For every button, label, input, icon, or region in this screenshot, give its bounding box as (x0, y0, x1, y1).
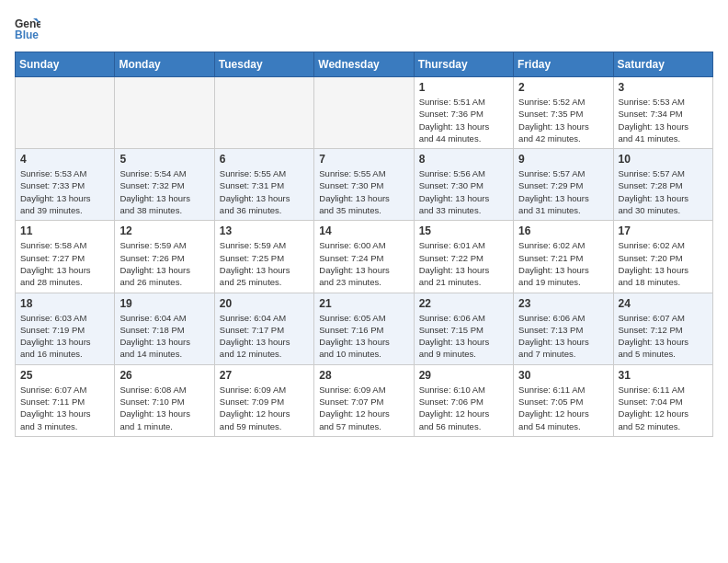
calendar-cell (16, 77, 115, 149)
calendar-cell: 12Sunrise: 5:59 AM Sunset: 7:26 PM Dayli… (115, 221, 214, 293)
day-number: 17 (619, 224, 708, 237)
calendar-cell: 6Sunrise: 5:55 AM Sunset: 7:31 PM Daylig… (214, 149, 313, 221)
day-info: Sunrise: 6:11 AM Sunset: 7:05 PM Dayligh… (518, 384, 608, 432)
day-number: 10 (619, 153, 708, 166)
calendar-cell: 9Sunrise: 5:57 AM Sunset: 7:29 PM Daylig… (514, 149, 613, 221)
day-info: Sunrise: 6:09 AM Sunset: 7:09 PM Dayligh… (220, 384, 309, 432)
calendar-cell: 27Sunrise: 6:09 AM Sunset: 7:09 PM Dayli… (214, 364, 313, 436)
calendar-cell: 18Sunrise: 6:03 AM Sunset: 7:19 PM Dayli… (16, 293, 115, 364)
day-info: Sunrise: 5:56 AM Sunset: 7:30 PM Dayligh… (419, 167, 508, 216)
calendar-cell: 22Sunrise: 6:06 AM Sunset: 7:15 PM Dayli… (414, 293, 513, 364)
day-number: 18 (20, 297, 109, 310)
day-info: Sunrise: 5:57 AM Sunset: 7:29 PM Dayligh… (518, 167, 608, 216)
logo-icon: General Blue (15, 15, 40, 40)
calendar-cell: 23Sunrise: 6:06 AM Sunset: 7:13 PM Dayli… (514, 293, 613, 364)
day-number: 15 (419, 224, 508, 237)
day-info: Sunrise: 6:10 AM Sunset: 7:06 PM Dayligh… (419, 384, 508, 432)
day-info: Sunrise: 6:06 AM Sunset: 7:15 PM Dayligh… (419, 312, 508, 361)
calendar-cell: 26Sunrise: 6:08 AM Sunset: 7:10 PM Dayli… (115, 364, 214, 436)
day-number: 8 (419, 153, 508, 166)
day-info: Sunrise: 5:53 AM Sunset: 7:34 PM Dayligh… (619, 96, 708, 144)
day-number: 13 (220, 224, 309, 237)
weekday-header: Thursday (414, 52, 513, 77)
calendar-cell: 7Sunrise: 5:55 AM Sunset: 7:30 PM Daylig… (314, 149, 414, 221)
day-number: 9 (518, 153, 608, 166)
calendar-cell: 29Sunrise: 6:10 AM Sunset: 7:06 PM Dayli… (414, 364, 513, 436)
day-info: Sunrise: 6:03 AM Sunset: 7:19 PM Dayligh… (20, 312, 109, 361)
calendar-cell: 4Sunrise: 5:53 AM Sunset: 7:33 PM Daylig… (16, 149, 115, 221)
day-info: Sunrise: 5:53 AM Sunset: 7:33 PM Dayligh… (20, 167, 109, 216)
day-info: Sunrise: 5:54 AM Sunset: 7:32 PM Dayligh… (119, 167, 209, 216)
day-number: 31 (619, 369, 708, 382)
calendar-cell (115, 77, 214, 149)
calendar-cell: 25Sunrise: 6:07 AM Sunset: 7:11 PM Dayli… (16, 364, 115, 436)
day-info: Sunrise: 5:55 AM Sunset: 7:31 PM Dayligh… (220, 167, 309, 216)
calendar-week-row: 25Sunrise: 6:07 AM Sunset: 7:11 PM Dayli… (16, 364, 713, 436)
day-info: Sunrise: 6:05 AM Sunset: 7:16 PM Dayligh… (319, 312, 408, 361)
day-number: 21 (319, 297, 408, 310)
day-number: 7 (319, 153, 408, 166)
day-number: 28 (319, 369, 408, 382)
day-number: 27 (220, 369, 309, 382)
day-info: Sunrise: 6:04 AM Sunset: 7:17 PM Dayligh… (220, 312, 309, 361)
calendar-cell: 31Sunrise: 6:11 AM Sunset: 7:04 PM Dayli… (613, 364, 712, 436)
svg-text:Blue: Blue (15, 29, 39, 40)
weekday-header: Sunday (16, 52, 115, 77)
day-number: 3 (619, 81, 708, 94)
weekday-header: Monday (115, 52, 214, 77)
day-number: 4 (20, 153, 109, 166)
day-number: 20 (220, 297, 309, 310)
calendar-table: SundayMondayTuesdayWednesdayThursdayFrid… (15, 52, 713, 437)
calendar-cell: 24Sunrise: 6:07 AM Sunset: 7:12 PM Dayli… (613, 293, 712, 364)
weekday-header: Tuesday (214, 52, 313, 77)
day-info: Sunrise: 5:57 AM Sunset: 7:28 PM Dayligh… (619, 167, 708, 216)
calendar-cell: 19Sunrise: 6:04 AM Sunset: 7:18 PM Dayli… (115, 293, 214, 364)
calendar-cell: 20Sunrise: 6:04 AM Sunset: 7:17 PM Dayli… (214, 293, 313, 364)
day-info: Sunrise: 5:51 AM Sunset: 7:36 PM Dayligh… (419, 96, 508, 144)
calendar-cell: 3Sunrise: 5:53 AM Sunset: 7:34 PM Daylig… (613, 77, 712, 149)
calendar-cell: 30Sunrise: 6:11 AM Sunset: 7:05 PM Dayli… (514, 364, 613, 436)
calendar-cell: 2Sunrise: 5:52 AM Sunset: 7:35 PM Daylig… (514, 77, 613, 149)
day-info: Sunrise: 6:07 AM Sunset: 7:11 PM Dayligh… (20, 384, 109, 432)
calendar-cell: 21Sunrise: 6:05 AM Sunset: 7:16 PM Dayli… (314, 293, 414, 364)
day-number: 14 (319, 224, 408, 237)
day-info: Sunrise: 5:59 AM Sunset: 7:26 PM Dayligh… (119, 239, 209, 288)
calendar-week-row: 11Sunrise: 5:58 AM Sunset: 7:27 PM Dayli… (16, 221, 713, 293)
calendar-week-row: 18Sunrise: 6:03 AM Sunset: 7:19 PM Dayli… (16, 293, 713, 364)
calendar-cell: 1Sunrise: 5:51 AM Sunset: 7:36 PM Daylig… (414, 77, 513, 149)
day-number: 24 (619, 297, 708, 310)
day-info: Sunrise: 6:02 AM Sunset: 7:21 PM Dayligh… (518, 239, 608, 288)
day-info: Sunrise: 6:11 AM Sunset: 7:04 PM Dayligh… (619, 384, 708, 432)
day-info: Sunrise: 6:07 AM Sunset: 7:12 PM Dayligh… (619, 312, 708, 361)
weekday-header: Wednesday (314, 52, 414, 77)
calendar-week-row: 4Sunrise: 5:53 AM Sunset: 7:33 PM Daylig… (16, 149, 713, 221)
day-number: 2 (518, 81, 608, 94)
calendar-week-row: 1Sunrise: 5:51 AM Sunset: 7:36 PM Daylig… (16, 77, 713, 149)
day-number: 19 (119, 297, 209, 310)
calendar-cell: 5Sunrise: 5:54 AM Sunset: 7:32 PM Daylig… (115, 149, 214, 221)
weekday-header: Friday (514, 52, 613, 77)
calendar-cell: 13Sunrise: 5:59 AM Sunset: 7:25 PM Dayli… (214, 221, 313, 293)
calendar-cell: 15Sunrise: 6:01 AM Sunset: 7:22 PM Dayli… (414, 221, 513, 293)
day-number: 11 (20, 224, 109, 237)
day-number: 16 (518, 224, 608, 237)
day-number: 23 (518, 297, 608, 310)
page-header: General Blue (15, 15, 713, 40)
calendar-cell: 28Sunrise: 6:09 AM Sunset: 7:07 PM Dayli… (314, 364, 414, 436)
day-info: Sunrise: 6:09 AM Sunset: 7:07 PM Dayligh… (319, 384, 408, 432)
day-info: Sunrise: 5:59 AM Sunset: 7:25 PM Dayligh… (220, 239, 309, 288)
day-number: 25 (20, 369, 109, 382)
day-number: 5 (119, 153, 209, 166)
day-number: 1 (419, 81, 508, 94)
day-number: 30 (518, 369, 608, 382)
calendar-cell: 16Sunrise: 6:02 AM Sunset: 7:21 PM Dayli… (514, 221, 613, 293)
calendar-cell (214, 77, 313, 149)
day-info: Sunrise: 5:55 AM Sunset: 7:30 PM Dayligh… (319, 167, 408, 216)
calendar-header-row: SundayMondayTuesdayWednesdayThursdayFrid… (16, 52, 713, 77)
day-info: Sunrise: 6:01 AM Sunset: 7:22 PM Dayligh… (419, 239, 508, 288)
day-info: Sunrise: 5:58 AM Sunset: 7:27 PM Dayligh… (20, 239, 109, 288)
day-info: Sunrise: 6:00 AM Sunset: 7:24 PM Dayligh… (319, 239, 408, 288)
day-number: 6 (220, 153, 309, 166)
calendar-cell: 14Sunrise: 6:00 AM Sunset: 7:24 PM Dayli… (314, 221, 414, 293)
calendar-cell: 10Sunrise: 5:57 AM Sunset: 7:28 PM Dayli… (613, 149, 712, 221)
